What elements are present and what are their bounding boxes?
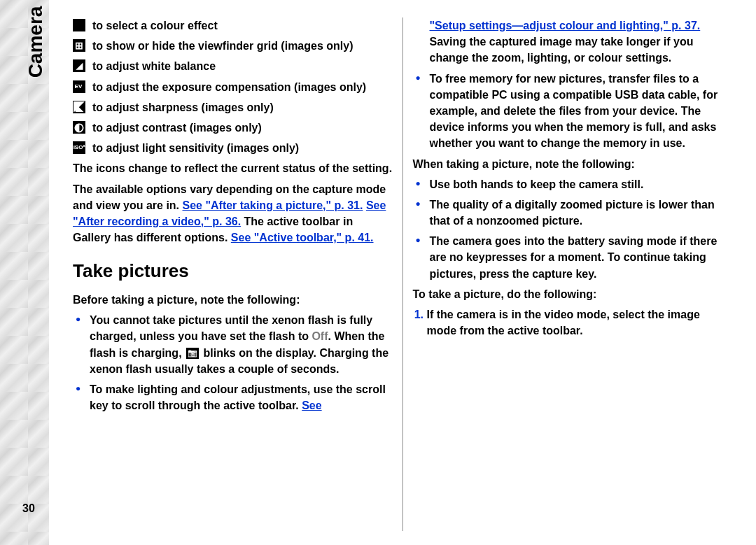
icon-item: to adjust contrast (images only) xyxy=(73,120,393,136)
bullet-list: You cannot take pictures until the xenon… xyxy=(73,312,393,413)
section-label: Camera xyxy=(24,6,47,78)
list-item: If the camera is in the video mode, sele… xyxy=(427,306,733,339)
list-item: You cannot take pictures until the xenon… xyxy=(87,312,393,377)
numbered-list: If the camera is in the video mode, sele… xyxy=(413,306,733,339)
icon-item-text: to show or hide the viewfinder grid (ima… xyxy=(92,38,353,54)
list-item: The quality of a digitally zoomed pictur… xyxy=(427,197,733,229)
paragraph-continuation: "Setup settings—adjust colour and lighti… xyxy=(413,17,733,66)
exposure-icon xyxy=(73,80,85,93)
contrast-icon xyxy=(73,121,85,134)
colour-effect-icon xyxy=(73,19,85,31)
iso-icon xyxy=(73,141,85,154)
icon-item-text: to select a colour effect xyxy=(92,17,218,34)
page-margin-decoration xyxy=(0,0,49,545)
page-content: to select a colour effect to show or hid… xyxy=(63,17,742,531)
bullet-list: To free memory for new pictures, transfe… xyxy=(413,71,733,152)
link-setup-settings[interactable]: "Setup settings—adjust colour and lighti… xyxy=(430,20,701,31)
text: Saving the captured image may take longe… xyxy=(430,36,694,64)
column-right: "Setup settings—adjust colour and lighti… xyxy=(403,17,743,531)
icon-item: to adjust the exposure compensation (ima… xyxy=(73,79,393,95)
icon-item: to show or hide the viewfinder grid (ima… xyxy=(73,38,393,54)
icon-item: to adjust white balance xyxy=(73,58,393,74)
text-off: Off xyxy=(312,330,328,342)
list-item: To make lighting and colour adjustments,… xyxy=(87,381,393,413)
paragraph: To take a picture, do the following: xyxy=(413,286,733,302)
icon-item: to adjust sharpness (images only) xyxy=(73,99,393,115)
grid-icon xyxy=(73,39,85,52)
sharpness-icon xyxy=(73,101,85,113)
bullet-list: Use both hands to keep the camera still.… xyxy=(413,176,733,282)
icon-item-text: to adjust the exposure compensation (ima… xyxy=(92,79,366,95)
column-left: to select a colour effect to show or hid… xyxy=(63,17,403,531)
icon-item: to select a colour effect xyxy=(73,17,393,34)
heading-take-pictures: Take pictures xyxy=(73,258,393,285)
list-item: The camera goes into the battery saving … xyxy=(427,233,733,282)
list-item: Use both hands to keep the camera still. xyxy=(427,176,733,192)
page-number: 30 xyxy=(22,502,35,515)
link-see-continued[interactable]: See xyxy=(302,399,321,411)
paragraph: The available options vary depending on … xyxy=(73,181,393,246)
icon-item-text: to adjust white balance xyxy=(92,58,216,74)
icon-item: to adjust light sensitivity (images only… xyxy=(73,140,393,156)
paragraph: Before taking a picture, note the follow… xyxy=(73,292,393,308)
icon-item-text: to adjust sharpness (images only) xyxy=(92,99,274,115)
paragraph: When taking a picture, note the followin… xyxy=(413,156,733,172)
text: To make lighting and colour adjustments,… xyxy=(90,383,386,411)
flash-charging-icon xyxy=(186,348,199,359)
link-after-taking-picture[interactable]: See "After taking a picture," p. 31. xyxy=(183,199,363,211)
paragraph: The icons change to reflect the current … xyxy=(73,160,393,176)
white-balance-icon xyxy=(73,59,85,72)
link-active-toolbar[interactable]: See "Active toolbar," p. 41. xyxy=(231,232,374,243)
list-item: To free memory for new pictures, transfe… xyxy=(427,71,733,152)
icon-item-text: to adjust contrast (images only) xyxy=(92,120,262,136)
icon-item-text: to adjust light sensitivity (images only… xyxy=(92,140,299,156)
